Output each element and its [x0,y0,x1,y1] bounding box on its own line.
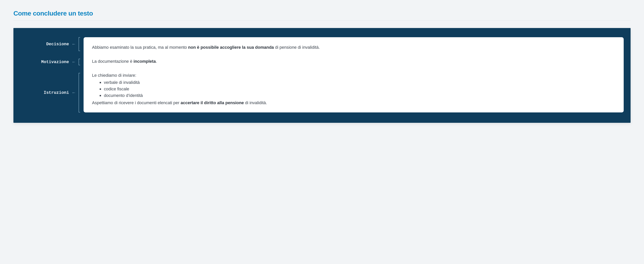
motivazione-text-bold: incompleta [134,59,156,64]
section-istruzioni: Le chiediamo di inviare: verbale di inva… [92,72,615,106]
page-title: Come concludere un testo [14,10,630,21]
list-item: verbale di invalidità [100,79,615,86]
example-card: Abbiamo esaminato la sua pratica, ma al … [84,37,624,112]
motivazione-text-post: . [156,59,157,64]
decisione-text-bold: non è possibile accogliere la sua domand… [188,45,274,50]
label-row-decisione: Decisione ← [20,37,80,51]
istruzioni-trail-bold: accertare il diritto alla pensione [180,100,244,105]
list-item: codice fiscale [100,86,615,92]
decisione-text-post: di pensione di invalidità. [274,45,320,50]
arrow-left-icon: ← [72,90,76,95]
bracket-icon [78,37,80,51]
motivazione-text-pre: La documentazione è [92,59,134,64]
example-panel: Decisione ← Motivazione ← Istruzioni ← A… [14,28,630,123]
arrow-left-icon: ← [72,60,76,65]
istruzioni-trail-post: di invalidità. [244,100,267,105]
decisione-text-pre: Abbiamo esaminato la sua pratica, ma al … [92,45,188,50]
section-decisione: Abbiamo esaminato la sua pratica, ma al … [92,44,615,51]
label-motivazione: Motivazione [41,60,69,65]
list-item: documento d’identità [100,92,615,99]
label-decisione: Decisione [46,42,69,47]
bracket-icon [78,59,80,65]
label-row-motivazione: Motivazione ← [20,59,80,65]
istruzioni-lead: Le chiediamo di inviare: [92,72,615,79]
arrow-left-icon: ← [72,42,76,47]
label-row-istruzioni: Istruzioni ← [20,73,80,112]
labels-column: Decisione ← Motivazione ← Istruzioni ← [20,37,80,112]
istruzioni-trail-pre: Aspettiamo di ricevere i documenti elenc… [92,100,180,105]
section-motivazione: La documentazione è incompleta. [92,58,615,65]
istruzioni-trail: Aspettiamo di ricevere i documenti elenc… [92,100,615,106]
label-istruzioni: Istruzioni [44,90,69,95]
bracket-icon [78,73,80,112]
istruzioni-list: verbale di invalidità codice fiscale doc… [92,79,615,99]
